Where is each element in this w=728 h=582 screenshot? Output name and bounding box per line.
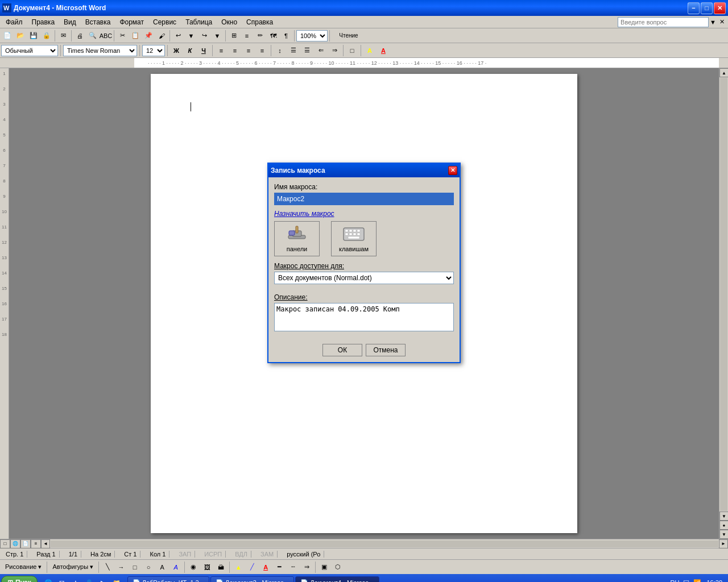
align-justify-button[interactable]: ≡ xyxy=(256,44,268,57)
view-normal-button[interactable]: □ xyxy=(0,539,10,548)
description-textarea[interactable] xyxy=(274,303,454,331)
menu-help[interactable]: Справка xyxy=(242,17,278,27)
bookmark-icon[interactable]: ★ xyxy=(69,576,82,582)
undo-dropdown[interactable]: ▼ xyxy=(185,30,197,42)
view-outline-button[interactable]: ≡ xyxy=(31,539,41,548)
draw-menu-button[interactable]: Рисование ▾ xyxy=(2,561,44,573)
read-mode-button[interactable]: Чтение xyxy=(332,30,366,42)
folder-icon-quick[interactable]: 📁 xyxy=(110,576,123,582)
bold-button[interactable]: Ж xyxy=(170,44,183,57)
insert-picture-button[interactable]: 🏔 xyxy=(214,561,227,573)
tray-antivirus[interactable]: 🛡 xyxy=(681,578,690,582)
help-search-dropdown[interactable]: ▼ xyxy=(709,19,717,26)
cancel-button[interactable]: Отмена xyxy=(366,344,406,356)
line-spacing-button[interactable]: ↕ xyxy=(274,44,286,57)
start-button[interactable]: ⊞ Пуск xyxy=(1,576,38,582)
tray-lang[interactable]: RU xyxy=(670,578,679,582)
redo-dropdown[interactable]: ▼ xyxy=(211,30,224,42)
hscroll-left-button[interactable]: ◄ xyxy=(41,539,50,548)
increase-indent-button[interactable]: ⇒ xyxy=(328,44,341,57)
autoshapes-button[interactable]: Автофигуры ▾ xyxy=(49,561,96,573)
save-button[interactable]: 💾 xyxy=(27,30,40,42)
style-dropdown[interactable]: Обычный xyxy=(1,45,58,56)
scroll-down-button[interactable]: ▼ xyxy=(719,512,728,521)
ok-button[interactable]: ОК xyxy=(322,344,362,356)
copy-button[interactable]: 📋 xyxy=(129,30,142,42)
help-close-icon[interactable]: ✕ xyxy=(717,18,727,26)
decrease-indent-button[interactable]: ⇐ xyxy=(315,44,327,57)
line-color-button[interactable]: ╱ xyxy=(246,561,258,573)
wordart-button[interactable]: A xyxy=(169,561,182,573)
dash-style-button[interactable]: ╌ xyxy=(287,561,299,573)
menu-format[interactable]: Формат xyxy=(115,17,148,27)
ellipse-button[interactable]: ○ xyxy=(142,561,155,573)
format-copy-button[interactable]: 🖌 xyxy=(155,30,168,42)
open-button[interactable]: 📂 xyxy=(14,30,27,42)
view-web-button[interactable]: 🌐 xyxy=(10,539,20,548)
preview-button[interactable]: 🔍 xyxy=(86,30,99,42)
drawing-button[interactable]: ✏ xyxy=(254,30,266,42)
font-color-button[interactable]: A xyxy=(377,44,390,57)
scroll-next-button[interactable]: ▼ xyxy=(719,530,728,539)
tray-network[interactable]: 📶 xyxy=(693,578,702,582)
available-select[interactable]: Всех документов (Normal.dot) xyxy=(274,272,454,284)
underline-button[interactable]: Ч xyxy=(197,44,210,57)
macro-record-dialog[interactable]: Запись макроса ✕ Имя макроса: Назначить … xyxy=(267,163,461,363)
menu-insert[interactable]: Вставка xyxy=(81,17,115,27)
menu-table[interactable]: Таблица xyxy=(181,17,217,27)
undo-button[interactable]: ↩ xyxy=(172,30,184,42)
minimize-button[interactable]: − xyxy=(688,2,700,14)
align-center-button[interactable]: ≡ xyxy=(229,44,241,57)
taskbar-btn-0[interactable]: 📄 ЛабРаботы_ИТ_1,2... xyxy=(127,576,209,582)
maximize-button[interactable]: □ xyxy=(701,2,713,14)
dialog-close-button[interactable]: ✕ xyxy=(448,166,457,175)
arrow-style-button[interactable]: ⇒ xyxy=(300,561,313,573)
hscroll-thumb[interactable] xyxy=(51,541,718,547)
align-left-button[interactable]: ≡ xyxy=(215,44,228,57)
oe-icon[interactable]: ✉ xyxy=(56,576,68,582)
menu-file[interactable]: Файл xyxy=(1,17,27,27)
numbering-button[interactable]: ☰ xyxy=(301,44,313,57)
macro-name-input[interactable] xyxy=(274,193,454,205)
align-right-button[interactable]: ≡ xyxy=(242,44,255,57)
docmap-button[interactable]: 🗺 xyxy=(267,30,279,42)
redo-button[interactable]: ↪ xyxy=(198,30,210,42)
spellcheck-button[interactable]: ABC xyxy=(100,30,112,42)
email-button[interactable]: ✉ xyxy=(57,30,69,42)
size-dropdown[interactable]: 12 xyxy=(142,45,165,56)
assign-panel-button[interactable]: панели xyxy=(274,221,320,256)
line-style-button[interactable]: ━ xyxy=(273,561,286,573)
fill-color-button[interactable]: ▲ xyxy=(232,561,245,573)
highlight-button[interactable]: A xyxy=(363,44,376,57)
hscroll-right-button[interactable]: ► xyxy=(719,539,728,548)
scroll-thumb[interactable] xyxy=(720,78,727,511)
textbox-button[interactable]: A xyxy=(156,561,168,573)
columns-button[interactable]: ≡ xyxy=(241,30,253,42)
insert-clipart-button[interactable]: 🖼 xyxy=(201,561,213,573)
media-icon[interactable]: ▶ xyxy=(97,576,109,582)
showformat-button[interactable]: ¶ xyxy=(280,30,292,42)
permission-button[interactable]: 🔒 xyxy=(40,30,53,42)
taskbar-btn-2[interactable]: 📄 Документ4 - Microso... xyxy=(295,576,379,582)
bullets-button[interactable]: ☰ xyxy=(287,44,300,57)
italic-button[interactable]: К xyxy=(184,44,196,57)
arrow-button[interactable]: → xyxy=(115,561,127,573)
view-print-button[interactable]: 📄 xyxy=(20,539,31,548)
table-button[interactable]: ⊞ xyxy=(228,30,240,42)
scroll-up-button[interactable]: ▲ xyxy=(719,68,728,77)
assign-keys-button[interactable]: клавишам xyxy=(331,221,377,256)
user-icon[interactable]: 👤 xyxy=(83,576,96,582)
ie-icon[interactable]: 🌐 xyxy=(42,576,55,582)
help-search-input[interactable] xyxy=(618,17,709,27)
insert-diagram-button[interactable]: ◉ xyxy=(187,561,200,573)
zoom-dropdown[interactable]: 100% xyxy=(296,30,328,41)
3d-button[interactable]: ⬡ xyxy=(332,561,344,573)
border-button[interactable]: □ xyxy=(346,44,358,57)
shadow-button[interactable]: ▣ xyxy=(318,561,330,573)
print-button[interactable]: 🖨 xyxy=(73,30,86,42)
cut-button[interactable]: ✂ xyxy=(116,30,129,42)
line-button[interactable]: ╲ xyxy=(101,561,114,573)
menu-view[interactable]: Вид xyxy=(59,17,81,27)
font-dropdown[interactable]: Times New Roman xyxy=(63,45,137,56)
rectangle-button[interactable]: □ xyxy=(129,561,141,573)
